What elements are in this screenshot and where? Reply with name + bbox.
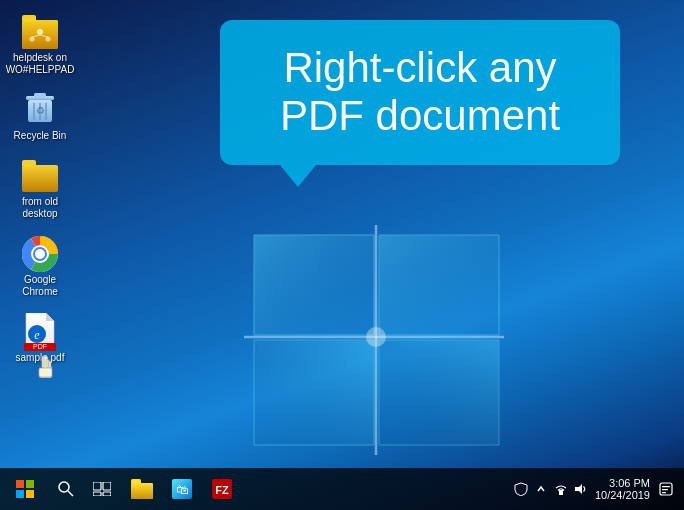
svg-rect-45: [103, 492, 111, 496]
svg-rect-44: [93, 492, 101, 496]
old-desktop-label: from old desktop: [12, 196, 68, 220]
windows-logo-decoration: [244, 225, 504, 455]
svg-rect-57: [662, 489, 668, 490]
taskbar-filezilla[interactable]: FZ: [204, 470, 240, 508]
svg-rect-39: [26, 490, 34, 498]
svg-rect-37: [26, 480, 34, 488]
svg-rect-38: [16, 490, 24, 498]
svg-rect-48: [131, 479, 141, 484]
action-center-icon[interactable]: [656, 468, 676, 510]
system-clock[interactable]: 3:06 PM 10/24/2019: [595, 477, 650, 501]
svg-rect-36: [16, 480, 24, 488]
chrome-icon-img: [22, 236, 58, 272]
svg-marker-54: [575, 484, 582, 494]
tray-chevron-up[interactable]: [533, 481, 549, 497]
sample-pdf-label: sample.pdf: [16, 352, 65, 364]
desktop: helpdesk on WO#HELPPAD: [0, 0, 684, 510]
svg-text:PDF: PDF: [33, 343, 47, 350]
taskbar-store[interactable]: 🛍: [164, 470, 200, 508]
recycle-bin-icon-img: ♻: [22, 92, 58, 128]
svg-marker-2: [254, 340, 374, 445]
chrome-icon[interactable]: Google Chrome: [8, 232, 72, 302]
old-desktop-icon-img: [22, 158, 58, 194]
clock-time: 3:06 PM: [595, 477, 650, 489]
recycle-bin-icon[interactable]: ♻ Recycle Bin: [8, 88, 72, 146]
svg-point-27: [35, 249, 45, 259]
search-button[interactable]: [48, 468, 84, 510]
taskbar-file-explorer[interactable]: [124, 470, 160, 508]
svg-rect-53: [559, 490, 563, 495]
svg-point-6: [366, 327, 386, 347]
task-view-button[interactable]: [84, 468, 120, 510]
taskbar: 🛍 FZ: [0, 468, 684, 510]
svg-rect-56: [662, 486, 670, 487]
svg-rect-16: [34, 93, 46, 97]
clock-date: 10/24/2019: [595, 489, 650, 501]
callout-box: Right-click any PDF document: [220, 20, 620, 165]
svg-rect-22: [22, 165, 58, 192]
svg-marker-3: [379, 340, 499, 445]
network-tray-icon[interactable]: [553, 481, 569, 497]
svg-marker-1: [379, 235, 499, 335]
chrome-label: Google Chrome: [12, 274, 68, 298]
svg-rect-23: [22, 160, 36, 167]
svg-text:🛍: 🛍: [176, 482, 189, 497]
svg-text:FZ: FZ: [215, 484, 229, 496]
helpdesk-label: helpdesk on WO#HELPPAD: [6, 52, 75, 76]
svg-rect-9: [22, 15, 36, 22]
svg-rect-43: [103, 482, 111, 490]
svg-text:♻: ♻: [36, 105, 45, 116]
recycle-bin-label: Recycle Bin: [14, 130, 67, 142]
sample-pdf-icon[interactable]: e PDF sample.pdf: [8, 310, 72, 368]
svg-point-12: [46, 37, 51, 42]
svg-rect-35: [39, 368, 52, 377]
old-desktop-icon[interactable]: from old desktop: [8, 154, 72, 224]
callout-text: Right-click any PDF document: [252, 44, 588, 141]
security-tray-icon[interactable]: [513, 481, 529, 497]
taskbar-apps: 🛍 FZ: [124, 470, 240, 508]
start-button[interactable]: [4, 468, 46, 510]
svg-rect-42: [93, 482, 101, 490]
svg-point-10: [37, 29, 43, 35]
svg-text:e: e: [34, 328, 40, 342]
sample-pdf-icon-img: e PDF: [22, 314, 58, 350]
svg-line-41: [68, 491, 73, 496]
volume-tray-icon[interactable]: [573, 481, 589, 497]
svg-marker-0: [254, 235, 374, 335]
helpdesk-icon[interactable]: helpdesk on WO#HELPPAD: [8, 10, 72, 80]
tray-icons: [513, 481, 589, 497]
desktop-icons-area: helpdesk on WO#HELPPAD: [0, 0, 80, 510]
helpdesk-icon-img: [22, 14, 58, 50]
svg-rect-58: [662, 492, 666, 493]
svg-point-40: [59, 482, 69, 492]
svg-point-11: [30, 37, 35, 42]
system-tray: 3:06 PM 10/24/2019: [513, 468, 680, 510]
svg-rect-47: [131, 483, 153, 499]
